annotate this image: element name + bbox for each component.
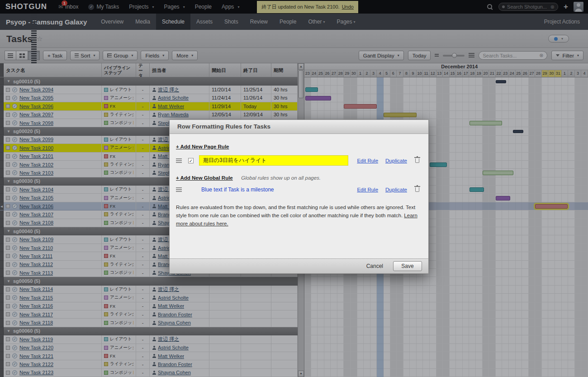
delete-rule-icon[interactable] (415, 187, 419, 192)
rules-description-text: Rules are evaluated from the top down, a… (176, 205, 415, 218)
drag-handle-icon[interactable] (176, 158, 182, 163)
modal-body: + Add New Page Rule ✓ 期日の3日前をハイライト Edit … (170, 134, 428, 258)
modal-title: Row Formatting Rules for Tasks (170, 120, 428, 134)
modal-footer: Cancel Save (170, 258, 428, 273)
global-rule-name: Blue text if Task is a milestone (201, 186, 274, 193)
rule-actions: Edit Rule Duplicate (357, 158, 419, 163)
duplicate-rule-link[interactable]: Duplicate (385, 187, 407, 192)
delete-rule-icon[interactable] (415, 158, 419, 163)
global-rule-row: Blue text if Task is a milestone Edit Ru… (176, 186, 419, 193)
global-rules-note: Global rules show up on all pages. (241, 175, 321, 181)
rules-description: Rules are evaluated from the top down, a… (176, 204, 424, 228)
save-button[interactable]: Save (393, 261, 422, 271)
add-global-rule-link[interactable]: + Add New Global Rule (176, 175, 233, 181)
edit-rule-link[interactable]: Edit Rule (357, 187, 378, 192)
shotgun-app: SHOTGUN ✉Inbox1✓My TasksProjects▾Pages▾P… (0, 0, 588, 377)
duplicate-rule-link[interactable]: Duplicate (385, 158, 407, 163)
rule-enabled-checkbox[interactable]: ✓ (188, 158, 194, 163)
cancel-button[interactable]: Cancel (366, 263, 383, 269)
page-rule-row: ✓ 期日の3日前をハイライト Edit Rule Duplicate (176, 155, 419, 166)
edit-rule-link[interactable]: Edit Rule (357, 158, 378, 163)
global-rule-header: + Add New Global Rule Global rules show … (176, 173, 419, 181)
row-formatting-modal: Row Formatting Rules for Tasks + Add New… (169, 119, 429, 274)
rule-name-field[interactable]: 期日の3日前をハイライト (199, 155, 348, 166)
rule-actions: Edit Rule Duplicate (357, 187, 419, 192)
drag-handle-icon[interactable] (176, 187, 182, 192)
add-page-rule-link[interactable]: + Add New Page Rule (176, 144, 229, 149)
